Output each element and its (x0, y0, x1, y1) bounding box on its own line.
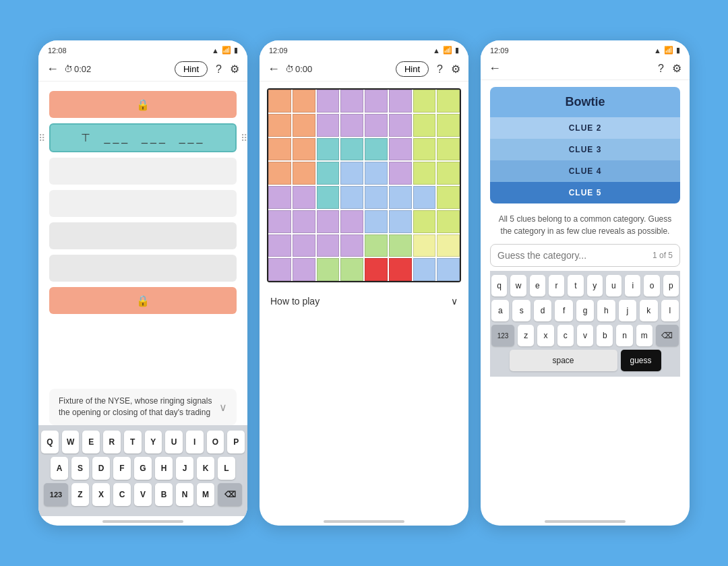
key-F[interactable]: F (113, 457, 131, 480)
key-T[interactable]: T (124, 431, 142, 453)
key-C[interactable]: C (113, 483, 131, 506)
key-G[interactable]: G (134, 457, 152, 480)
key3-i[interactable]: i (625, 275, 640, 296)
key3-q[interactable]: q (491, 275, 507, 296)
key3-m[interactable]: m (636, 325, 653, 346)
key-O[interactable]: O (207, 431, 224, 453)
grid-cell-5-1 (293, 210, 315, 233)
guess-input-row[interactable]: 1 of 5 (490, 244, 680, 267)
key3-d[interactable]: d (534, 300, 551, 321)
grid-cell-1-0 (268, 114, 291, 137)
guess-counter: 1 of 5 (653, 251, 673, 260)
key3-g[interactable]: g (576, 300, 594, 321)
key-I[interactable]: I (186, 431, 204, 453)
settings-icon-3[interactable]: ⚙ (672, 62, 681, 75)
key3-b[interactable]: b (597, 325, 613, 346)
grid-cell-0-3 (340, 90, 363, 113)
key3-space[interactable]: space (510, 350, 617, 371)
grid-cell-1-6 (413, 114, 436, 137)
empty-row-2 (49, 190, 237, 217)
app-bar-2: ← ⏱ 0:00 Hint ? ⚙ (260, 57, 468, 82)
clue-bar-3[interactable]: CLUE 3 (490, 139, 680, 160)
key3-l[interactable]: l (661, 300, 679, 321)
key3-w[interactable]: w (510, 275, 526, 296)
key-L[interactable]: L (218, 457, 235, 480)
key-X[interactable]: X (92, 483, 110, 506)
wifi-icon: ▲ (212, 46, 219, 55)
key-delete[interactable]: ⌫ (218, 483, 242, 506)
back-button-3[interactable]: ← (489, 61, 501, 75)
key-H[interactable]: H (155, 457, 173, 480)
key3-p[interactable]: p (663, 275, 679, 296)
key-Y[interactable]: Y (145, 431, 162, 453)
key-R[interactable]: R (103, 431, 121, 453)
grid-cell-0-5 (389, 90, 412, 113)
help-icon-2[interactable]: ? (437, 63, 443, 75)
key-P[interactable]: P (227, 431, 245, 453)
key-S[interactable]: S (71, 457, 89, 480)
hint-button-1[interactable]: Hint (175, 61, 208, 77)
key3-v[interactable]: v (577, 325, 593, 346)
key3-t[interactable]: t (568, 275, 583, 296)
hint-clue-bar[interactable]: Fixture of the NYSE, whose ringing signa… (49, 389, 237, 425)
key3-a[interactable]: a (491, 300, 509, 321)
key-D[interactable]: D (92, 457, 110, 480)
key-N[interactable]: N (176, 483, 193, 506)
key3-e[interactable]: e (530, 275, 545, 296)
grid-cell-0-0 (268, 90, 291, 113)
key-B[interactable]: B (155, 483, 173, 506)
key-123[interactable]: 123 (44, 483, 68, 506)
grid-cell-3-5 (389, 162, 412, 185)
grid-cell-6-7 (437, 234, 460, 257)
key3-c[interactable]: c (557, 325, 574, 346)
active-word-row[interactable]: ⠿ ⊤ ___ ___ ___ ⠿ (49, 123, 237, 152)
key-Q[interactable]: Q (41, 431, 59, 453)
grid-cell-3-3 (340, 162, 363, 185)
hint-button-2[interactable]: Hint (396, 61, 429, 77)
key3-x[interactable]: x (537, 325, 553, 346)
key-E[interactable]: E (82, 431, 100, 453)
status-icons-3: ▲ 📶 ▮ (654, 46, 680, 55)
grid-cell-4-0 (268, 186, 291, 209)
key-V[interactable]: V (134, 483, 152, 506)
settings-icon-2[interactable]: ⚙ (451, 63, 460, 75)
settings-icon-1[interactable]: ⚙ (230, 63, 239, 75)
key3-r[interactable]: r (549, 275, 564, 296)
key3-guess[interactable]: guess (621, 350, 661, 371)
screen2-content: How to play ∨ (260, 82, 468, 516)
key-U[interactable]: U (165, 431, 183, 453)
key3-n[interactable]: n (616, 325, 632, 346)
back-button-2[interactable]: ← (268, 62, 280, 76)
key3-h[interactable]: h (597, 300, 615, 321)
clue-bar-5[interactable]: CLUE 5 (490, 182, 680, 203)
key-Z[interactable]: Z (71, 483, 89, 506)
grid-cell-1-4 (365, 114, 388, 137)
key3-z[interactable]: z (518, 325, 534, 346)
help-icon-1[interactable]: ? (216, 63, 222, 75)
key3-o[interactable]: o (644, 275, 659, 296)
key3-j[interactable]: j (619, 300, 636, 321)
key-W[interactable]: W (62, 431, 80, 453)
hint-clue-text: Fixture of the NYSE, whose ringing signa… (59, 396, 219, 418)
clue-bar-4[interactable]: CLUE 4 (490, 160, 680, 182)
key-M[interactable]: M (197, 483, 214, 506)
how-to-play-bar[interactable]: How to play ∨ (266, 288, 462, 311)
back-button-1[interactable]: ← (47, 62, 59, 76)
key-K[interactable]: K (197, 457, 214, 480)
key3-123[interactable]: 123 (491, 325, 514, 346)
key3-s[interactable]: s (512, 300, 530, 321)
guess-input[interactable] (497, 250, 653, 261)
key3-y[interactable]: y (587, 275, 603, 296)
key3-f[interactable]: f (555, 300, 572, 321)
key3-u[interactable]: u (606, 275, 621, 296)
help-icon-3[interactable]: ? (658, 63, 664, 75)
grid-cell-6-2 (317, 234, 340, 257)
clue-bar-2[interactable]: CLUE 2 (490, 117, 680, 139)
grid-cell-3-6 (413, 162, 436, 185)
key3-k[interactable]: k (640, 300, 657, 321)
key3-delete[interactable]: ⌫ (656, 325, 679, 346)
chevron-down-icon-2: ∨ (451, 296, 458, 307)
key-A[interactable]: A (51, 457, 68, 480)
app-bar-3: ← ? ⚙ (481, 57, 690, 80)
key-J[interactable]: J (176, 457, 193, 480)
